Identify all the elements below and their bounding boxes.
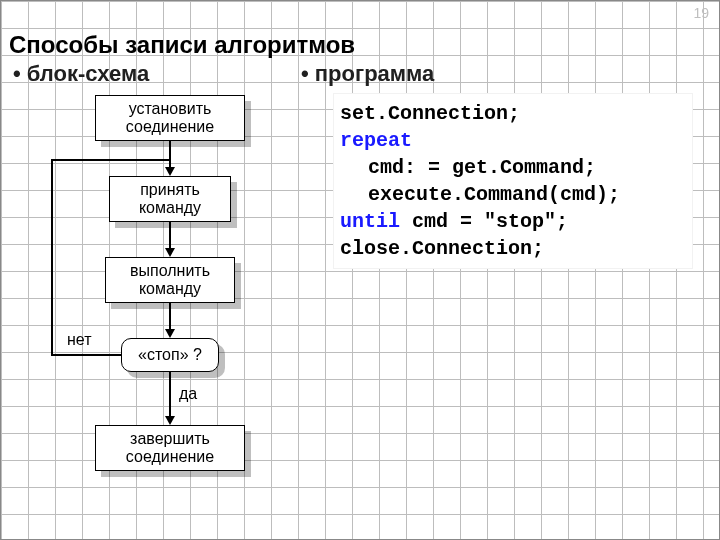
- connector: [51, 159, 170, 161]
- code-line-2-kw: repeat: [340, 129, 412, 152]
- code-line-4: execute.Command(cmd);: [368, 183, 620, 206]
- left-column-heading: • блок-схема: [13, 61, 149, 87]
- connector: [51, 159, 53, 356]
- connector: [169, 303, 171, 331]
- flowchart-step-2: принять команду: [109, 176, 231, 222]
- arrowhead-icon: [165, 248, 175, 257]
- arrowhead-icon: [165, 416, 175, 425]
- flowchart-decision: «стоп» ?: [121, 338, 219, 372]
- flowchart-step-5: завершить соединение: [95, 425, 245, 471]
- connector: [169, 141, 171, 169]
- slide-title: Способы записи алгоритмов: [9, 31, 355, 59]
- code-line-6: close.Connection;: [340, 237, 544, 260]
- code-line-3: cmd: = get.Command;: [368, 156, 596, 179]
- slide-canvas: 19 Способы записи алгоритмов • блок-схем…: [0, 0, 720, 540]
- connector: [169, 222, 171, 250]
- code-line-1: set.Connection;: [340, 102, 520, 125]
- code-line-5-rest: cmd = "stop";: [400, 210, 568, 233]
- connector: [51, 354, 121, 356]
- decision-yes-label: да: [179, 385, 197, 403]
- right-column-heading: • программа: [301, 61, 434, 87]
- flowchart-step-3: выполнить команду: [105, 257, 235, 303]
- decision-no-label: нет: [67, 331, 92, 349]
- program-code-box: set.Connection; repeat cmd: = get.Comman…: [333, 93, 693, 269]
- code-line-5-kw: until: [340, 210, 400, 233]
- arrowhead-icon: [165, 329, 175, 338]
- connector: [169, 372, 171, 418]
- flowchart-step-1: установить соединение: [95, 95, 245, 141]
- arrowhead-icon: [165, 167, 175, 176]
- page-number: 19: [693, 5, 709, 21]
